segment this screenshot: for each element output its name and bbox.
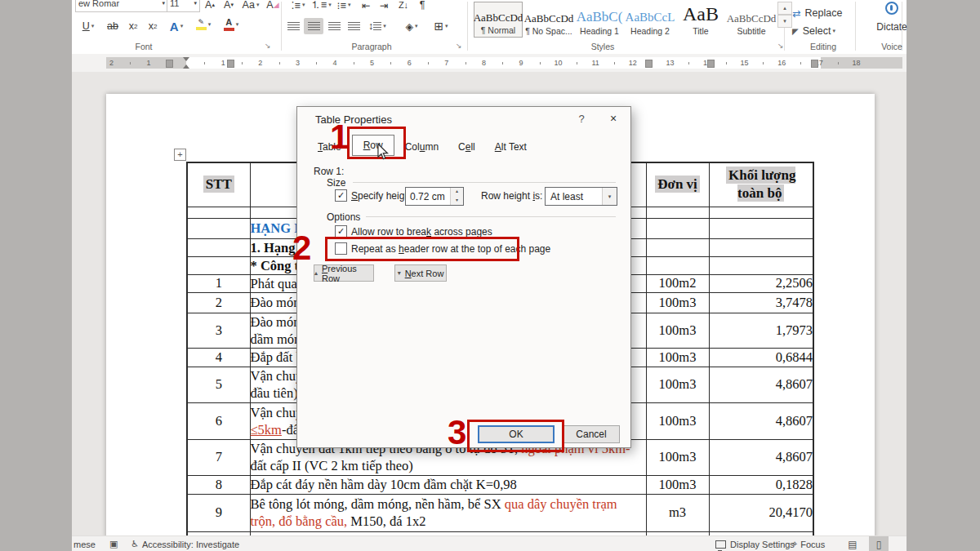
- next-row-button[interactable]: ▾Next Row: [394, 264, 447, 282]
- cell-stt[interactable]: 9: [187, 494, 250, 531]
- cell-quantity[interactable]: 4,8607: [709, 367, 813, 402]
- table-move-handle[interactable]: +: [174, 149, 186, 161]
- font-name-select[interactable]: ew Romar▾: [75, 0, 168, 12]
- cell-quantity[interactable]: 0,6844: [709, 348, 813, 367]
- cell-quantity[interactable]: 4,8607: [709, 402, 813, 439]
- row-height-is-dropdown[interactable]: At least ▾: [545, 187, 617, 206]
- justify-button[interactable]: [345, 18, 363, 34]
- ruler[interactable]: 21123456789101112131415161718: [72, 54, 906, 72]
- focus-button[interactable]: ⌖ Focus: [792, 538, 825, 550]
- column-marker[interactable]: [707, 60, 715, 68]
- line-spacing-button[interactable]: ↕▾: [364, 18, 390, 34]
- cell-quantity[interactable]: 3,7478: [709, 292, 813, 313]
- align-center-button[interactable]: [304, 18, 323, 34]
- cell-unit[interactable]: [646, 238, 709, 256]
- cell-quantity[interactable]: 20,4170: [709, 494, 813, 531]
- sort-button[interactable]: Z↓: [394, 0, 413, 13]
- cell-unit[interactable]: 100m3: [646, 313, 709, 348]
- spin-down-icon[interactable]: ▾: [451, 197, 463, 206]
- cell-stt[interactable]: 2: [187, 292, 250, 313]
- cell-unit[interactable]: 100m3: [646, 475, 709, 494]
- bullets-button[interactable]: ⁚≡▾: [287, 0, 309, 13]
- cell-unit[interactable]: 100m3: [646, 367, 709, 402]
- style-heading-1[interactable]: AaBbC(Heading 1: [575, 2, 624, 38]
- column-marker[interactable]: [166, 60, 173, 68]
- cell-quantity[interactable]: 0,1828: [709, 475, 813, 494]
- cell-quantity[interactable]: 4,8607: [709, 439, 813, 475]
- cell-unit[interactable]: 100m3: [646, 292, 709, 313]
- print-layout-button[interactable]: ▯: [869, 536, 889, 551]
- header-cell-qty[interactable]: Khối lượng toàn bộ: [709, 162, 813, 207]
- styles-dialog-launcher[interactable]: ↘: [777, 42, 784, 50]
- dialog-tab-cell[interactable]: Cell: [449, 138, 484, 156]
- numbering-button[interactable]: ⒈≡▾: [310, 0, 332, 13]
- cell-unit[interactable]: m3: [646, 494, 709, 531]
- align-left-button[interactable]: [284, 18, 302, 34]
- cell-stt[interactable]: [187, 256, 250, 274]
- paragraph-dialog-launcher[interactable]: ↘: [456, 42, 462, 50]
- cell-unit[interactable]: 100m3: [646, 439, 709, 475]
- change-case-button[interactable]: Aa▾: [239, 0, 262, 13]
- replace-button[interactable]: ⇄Replace: [792, 5, 853, 21]
- cell-quantity[interactable]: 1,7973: [709, 313, 813, 348]
- column-marker[interactable]: [645, 60, 653, 68]
- cell-stt[interactable]: 8: [187, 475, 250, 494]
- cell-stt[interactable]: [187, 238, 250, 256]
- cell-unit[interactable]: 100m2: [646, 274, 709, 292]
- shrink-font-button[interactable]: A▾: [220, 0, 238, 13]
- previous-row-button[interactable]: ▴Previous Row: [314, 264, 374, 282]
- specify-height-checkbox[interactable]: ✓: [335, 189, 347, 202]
- text-effects-button[interactable]: A▾: [165, 18, 188, 34]
- style--no-spac-[interactable]: AaBbCcDd¶ No Spac...: [524, 2, 573, 38]
- dialog-tab-alt-text[interactable]: Alt Text: [486, 138, 536, 156]
- cell-stt[interactable]: 1: [187, 274, 250, 292]
- macro-record-button[interactable]: ▣: [109, 538, 121, 550]
- show-marks-button[interactable]: ¶: [415, 0, 430, 13]
- header-cell-stt[interactable]: STT: [187, 162, 250, 207]
- first-line-indent-marker[interactable]: [183, 57, 189, 61]
- close-icon[interactable]: ×: [604, 112, 622, 125]
- font-color-button[interactable]: A▾: [219, 16, 243, 33]
- cell-quantity[interactable]: [709, 218, 813, 238]
- cell-stt[interactable]: 4: [187, 348, 250, 367]
- highlight-color-button[interactable]: ✎▾: [191, 16, 216, 33]
- help-icon[interactable]: ?: [573, 113, 590, 125]
- cell-stt[interactable]: 3: [187, 313, 250, 348]
- dictate-button[interactable]: Dictate: [871, 2, 913, 33]
- hanging-indent-marker[interactable]: [183, 64, 189, 69]
- cell-quantity[interactable]: 2,2506: [709, 274, 813, 292]
- cell-unit[interactable]: [646, 256, 709, 274]
- strikethrough-button[interactable]: ab: [103, 18, 122, 34]
- cell-stt[interactable]: 6: [187, 402, 250, 439]
- cell-unit[interactable]: 100m3: [646, 348, 709, 367]
- cell-stt[interactable]: 5: [187, 367, 250, 402]
- cell-unit[interactable]: 100m3: [646, 402, 709, 439]
- increase-indent-button[interactable]: ⇥: [376, 0, 392, 13]
- select-button[interactable]: ◤Select▾: [792, 23, 853, 39]
- accessibility-status[interactable]: ♿ Accessibility: Investigate: [131, 538, 239, 550]
- style-title[interactable]: AaBTitle: [676, 2, 725, 38]
- height-value-input[interactable]: 0.72 cm ▴▾: [405, 187, 464, 206]
- cell-quantity[interactable]: [709, 256, 813, 274]
- cell-stt[interactable]: 7: [187, 439, 250, 475]
- font-dialog-launcher[interactable]: ↘: [265, 42, 271, 50]
- column-marker[interactable]: [227, 60, 234, 68]
- underline-button[interactable]: U▾: [77, 18, 100, 34]
- shading-button[interactable]: ◈▾: [399, 18, 425, 34]
- font-size-select[interactable]: 11▾: [167, 0, 200, 12]
- language-indicator[interactable]: mese: [74, 538, 96, 550]
- cell-unit[interactable]: [646, 218, 709, 238]
- cell-quantity[interactable]: [709, 238, 813, 256]
- read-mode-button[interactable]: ▤: [843, 536, 862, 551]
- clear-formatting-button[interactable]: A◢: [265, 0, 281, 13]
- multilevel-list-button[interactable]: ⁝≡▾: [333, 0, 354, 13]
- header-cell-unit[interactable]: Đơn vị: [646, 162, 709, 207]
- spin-up-icon[interactable]: ▴: [451, 188, 463, 197]
- decrease-indent-button[interactable]: ⇤: [358, 0, 374, 13]
- cell-description[interactable]: Đắp cát đáy nền hầm dày 10cm đầm chặt K=…: [250, 475, 646, 494]
- styles-scroll-up-button[interactable]: ▴: [777, 2, 792, 15]
- cancel-button[interactable]: Cancel: [563, 425, 620, 443]
- styles-more-button[interactable]: ▾: [777, 15, 792, 28]
- superscript-button[interactable]: x2: [144, 18, 162, 34]
- style-heading-2[interactable]: AaBbCcLHeading 2: [626, 2, 675, 38]
